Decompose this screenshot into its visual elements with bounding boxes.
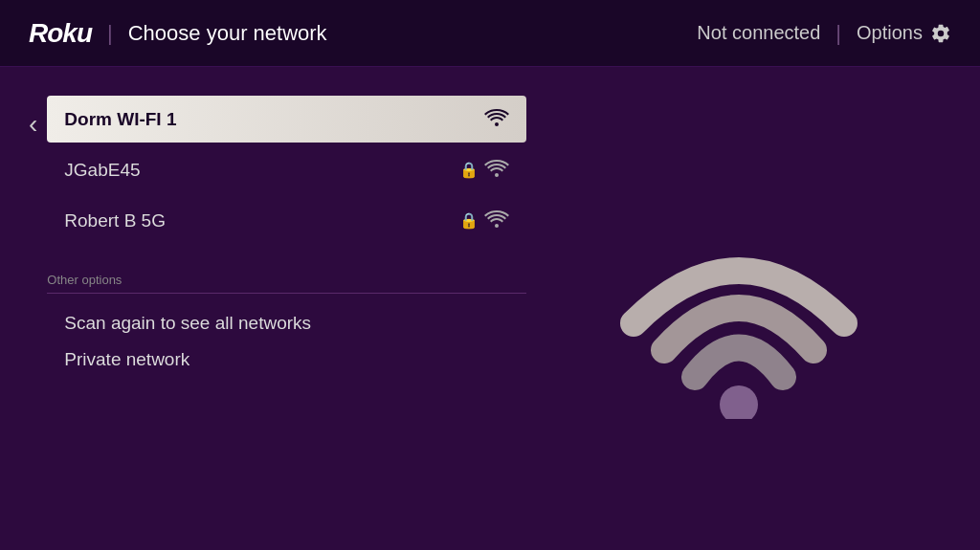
network-icons: 🔒: [459, 158, 509, 182]
network-name: Dorm WI-FI 1: [64, 109, 176, 130]
header-divider: |: [107, 21, 113, 46]
network-icons: 🔒: [459, 209, 509, 232]
network-icons: [484, 107, 509, 131]
wifi-signal-icon: [484, 158, 509, 182]
lock-icon: 🔒: [459, 161, 479, 179]
network-name: Robert B 5G: [64, 210, 166, 231]
options-label: Options: [857, 22, 923, 44]
back-button[interactable]: ‹: [29, 109, 37, 140]
gear-icon: [930, 23, 951, 44]
network-item[interactable]: Dorm WI-FI 1: [47, 96, 526, 143]
svg-point-0: [495, 122, 499, 126]
network-list: Dorm WI-FI 1 JGabE45 🔒: [47, 96, 526, 378]
other-options-section: Other options Scan again to see all netw…: [47, 273, 526, 378]
options-button[interactable]: Options: [857, 22, 951, 44]
page-title: Choose your network: [128, 21, 698, 46]
wifi-signal-icon: [484, 209, 509, 232]
network-item[interactable]: Robert B 5G 🔒: [47, 197, 526, 244]
scan-again-option[interactable]: Scan again to see all networks: [47, 305, 526, 341]
left-panel: ‹ Dorm WI-FI 1 J: [29, 96, 526, 531]
svg-point-1: [495, 173, 499, 177]
connection-status: Not connected: [697, 22, 820, 44]
network-name: JGabE45: [64, 160, 140, 181]
wifi-illustration: [614, 209, 863, 419]
header-divider2: |: [835, 21, 841, 46]
wifi-signal-icon: [484, 107, 509, 131]
right-panel: [526, 96, 951, 531]
main-content: ‹ Dorm WI-FI 1 J: [0, 67, 980, 550]
svg-point-3: [720, 385, 758, 419]
svg-point-2: [495, 224, 499, 228]
other-options-label: Other options: [47, 273, 526, 294]
private-network-option[interactable]: Private network: [47, 341, 526, 378]
roku-logo: Roku: [29, 18, 92, 49]
header: Roku | Choose your network Not connected…: [0, 0, 980, 67]
lock-icon: 🔒: [459, 211, 479, 230]
network-item[interactable]: JGabE45 🔒: [47, 146, 526, 193]
